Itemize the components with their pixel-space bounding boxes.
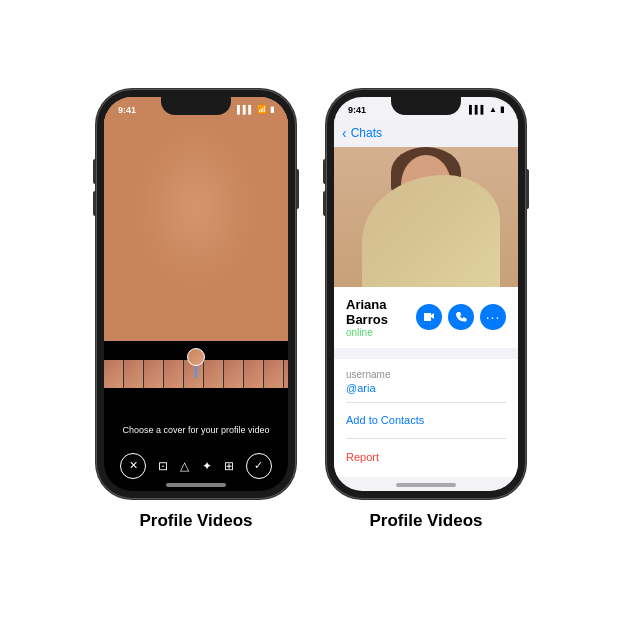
draw-tool-icon[interactable]: ✦ [202,459,212,473]
playhead[interactable] [187,348,205,378]
back-icon[interactable]: ‹ [342,125,347,141]
frame-10 [284,360,288,388]
share-tool-icon[interactable]: ⊡ [158,459,168,473]
home-indicator-2 [396,483,456,487]
status-time-2: 9:41 [348,105,366,115]
frame-3 [144,360,164,388]
profile-name-status: Ariana Barros online [346,297,416,338]
profile-info-card: Ariana Barros online [334,287,518,348]
wifi-icon: 📶 [257,105,267,114]
frame-8 [244,360,264,388]
more-options-button[interactable]: ··· [480,304,506,330]
video-call-button[interactable] [416,304,442,330]
cancel-tool-button[interactable]: ✕ [120,453,146,479]
vol-down-button-2 [323,191,326,216]
profile-image-area [334,147,518,287]
frame-6 [204,360,224,388]
wifi-icon-2: ▲ [489,105,497,114]
cover-text: Choose a cover for your profile video [104,425,288,435]
phone2-content: 9:41 ▌▌▌ ▲ ▮ ‹ Chats [334,97,518,491]
vol-up-button [93,159,96,184]
battery-icon-2: ▮ [500,105,504,114]
phone1-screen: 9:41 ▌▌▌ 📶 ▮ [104,97,288,491]
playhead-line [195,366,197,378]
divider-1 [346,402,506,403]
frame-4 [164,360,184,388]
voice-call-button[interactable] [448,304,474,330]
signal-icon: ▌▌▌ [237,105,254,114]
report-link[interactable]: Report [346,447,506,467]
signal-icon-2: ▌▌▌ [469,105,486,114]
side-button-2 [526,169,529,209]
add-to-contacts-link[interactable]: Add to Contacts [346,410,506,430]
playhead-avatar [187,348,205,366]
main-container: 9:41 ▌▌▌ 📶 ▮ [96,89,526,531]
phone1-content: 9:41 ▌▌▌ 📶 ▮ [104,97,288,491]
profile-name-row: Ariana Barros online [346,297,506,338]
phone1-frame: 9:41 ▌▌▌ 📶 ▮ [96,89,296,499]
profile-name: Ariana Barros [346,297,416,327]
frame-9 [264,360,284,388]
phone2-label: Profile Videos [369,511,482,531]
profile-status: online [346,327,416,338]
chats-back-label[interactable]: Chats [351,126,382,140]
notch-2 [391,97,461,115]
person2-body [362,175,500,287]
vol-down-button [93,191,96,216]
filter-tool-icon[interactable]: △ [180,459,189,473]
phone1-section: 9:41 ▌▌▌ 📶 ▮ [96,89,296,531]
phone1-label: Profile Videos [139,511,252,531]
phone2-screen: 9:41 ▌▌▌ ▲ ▮ ‹ Chats [334,97,518,491]
side-button [296,169,299,209]
action-buttons: ··· [416,304,506,330]
frame-7 [224,360,244,388]
editor-toolbar: ✕ ⊡ △ ✦ ⊞ ✓ [104,453,288,479]
notch-1 [161,97,231,115]
person-photo-1 [104,97,288,341]
profile-video-preview [104,97,288,341]
info-section: username @aria Add to Contacts Report [334,359,518,477]
frame-2 [124,360,144,388]
username-value: @aria [346,382,506,394]
phone2-frame: 9:41 ▌▌▌ ▲ ▮ ‹ Chats [326,89,526,499]
status-time-1: 9:41 [118,105,136,115]
profile-photo-bg [334,147,518,287]
divider-2 [346,438,506,439]
battery-icon: ▮ [270,105,274,114]
vol-up-button-2 [323,159,326,184]
adjust-tool-icon[interactable]: ⊞ [224,459,234,473]
confirm-tool-button[interactable]: ✓ [246,453,272,479]
status-icons-1: ▌▌▌ 📶 ▮ [237,105,274,114]
chat-nav-header: ‹ Chats [334,119,518,147]
home-indicator-1 [166,483,226,487]
username-label: username [346,369,506,380]
phone2-section: 9:41 ▌▌▌ ▲ ▮ ‹ Chats [326,89,526,531]
status-icons-2: ▌▌▌ ▲ ▮ [469,105,504,114]
frame-1 [104,360,124,388]
